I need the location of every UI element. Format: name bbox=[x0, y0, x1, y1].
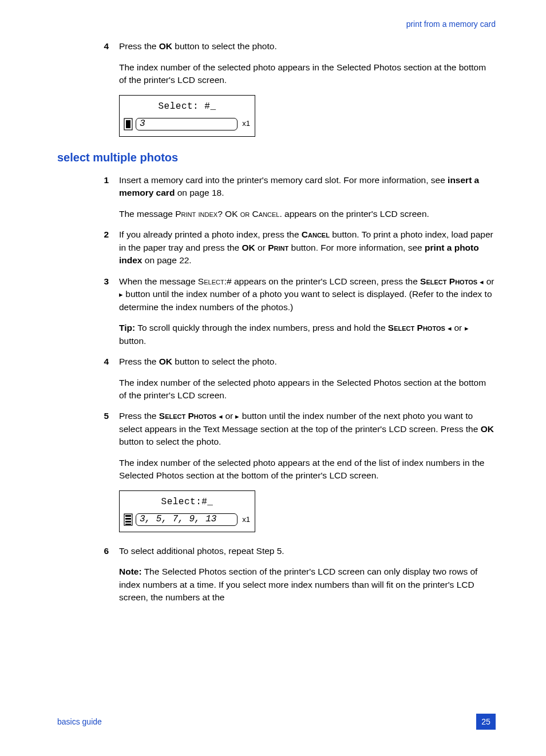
lcd-screen: Select: #_ 3 x1 bbox=[119, 95, 255, 137]
lcd-bottom-row: 3 x1 bbox=[123, 118, 251, 130]
lcd-bottom-row: 3, 5, 7, 9, 13 x1 bbox=[123, 513, 251, 526]
step-body: Press the OK button to select the photo.… bbox=[119, 355, 496, 402]
step-number: 4 bbox=[96, 355, 119, 402]
paragraph: Insert a memory card into the printer's … bbox=[119, 174, 496, 200]
step-number: 6 bbox=[96, 545, 119, 604]
step-number: 3 bbox=[96, 275, 119, 347]
step-number: 5 bbox=[96, 410, 119, 482]
lcd-top-text: Select:#_ bbox=[123, 496, 251, 509]
lcd-top-text: Select: #_ bbox=[123, 100, 251, 113]
content-body-2: 1 Insert a memory card into the printer'… bbox=[96, 174, 496, 604]
paragraph: Press the OK button to select the photo. bbox=[119, 355, 496, 368]
lcd-selection-box: 3, 5, 7, 9, 13 bbox=[136, 513, 238, 526]
step-body: When the message Select:# appears on the… bbox=[119, 275, 496, 347]
step-item: 4 Press the OK button to select the phot… bbox=[96, 40, 496, 86]
svg-rect-1 bbox=[126, 120, 130, 128]
step-body: To select additional photos, repeat Step… bbox=[119, 545, 496, 604]
lcd-copies: x1 bbox=[240, 514, 251, 525]
paragraph: Press the OK button to select the photo. bbox=[119, 40, 496, 53]
memory-card-icon bbox=[123, 118, 133, 130]
lcd-figure-1: Select: #_ 3 x1 bbox=[119, 95, 496, 137]
step-item: 6 To select additional photos, repeat St… bbox=[96, 545, 496, 604]
step-item: 3 When the message Select:# appears on t… bbox=[96, 275, 496, 347]
step-number: 2 bbox=[96, 228, 119, 267]
page: print from a memory card 4 Press the OK … bbox=[0, 0, 546, 756]
step-body: Press the OK button to select the photo.… bbox=[119, 40, 496, 86]
step-number: 1 bbox=[96, 174, 119, 220]
content-body: 4 Press the OK button to select the phot… bbox=[96, 40, 496, 137]
step-body: If you already printed a photo index, pr… bbox=[119, 228, 496, 267]
paragraph: Press the Select Photos ◂ or ▸ button un… bbox=[119, 410, 496, 448]
paragraph: Note: The Selected Photos section of the… bbox=[119, 565, 496, 604]
step-item: 2 If you already printed a photo index, … bbox=[96, 228, 496, 267]
svg-rect-4 bbox=[125, 518, 131, 520]
lcd-selection-text: 3 bbox=[140, 117, 145, 130]
lcd-selection-box: 3 bbox=[136, 118, 238, 130]
lcd-figure-2: Select:#_ 3, 5, 7, 9, 13 x1 bbox=[119, 490, 496, 532]
page-number: 25 bbox=[476, 714, 496, 730]
svg-rect-5 bbox=[125, 521, 131, 523]
lcd-selection-text: 3, 5, 7, 9, 13 bbox=[140, 513, 216, 526]
footer-guide-name: basics guide bbox=[57, 716, 102, 727]
step-item: 4 Press the OK button to select the phot… bbox=[96, 355, 496, 402]
svg-rect-3 bbox=[125, 515, 131, 517]
paragraph: The index number of the selected photo a… bbox=[119, 457, 496, 482]
paragraph: The message Print index? OK or Cancel. a… bbox=[119, 208, 496, 220]
svg-rect-6 bbox=[125, 524, 131, 525]
paragraph: If you already printed a photo index, pr… bbox=[119, 228, 496, 267]
lcd-copies: x1 bbox=[240, 118, 251, 129]
section-heading: select multiple photos bbox=[57, 149, 496, 166]
step-item: 1 Insert a memory card into the printer'… bbox=[96, 174, 496, 220]
lcd-screen: Select:#_ 3, 5, 7, 9, 13 x1 bbox=[119, 490, 255, 532]
step-number: 4 bbox=[96, 40, 119, 86]
page-footer: basics guide 25 bbox=[57, 714, 496, 730]
header-section-title: print from a memory card bbox=[57, 18, 496, 30]
memory-card-icon bbox=[123, 513, 133, 526]
step-body: Insert a memory card into the printer's … bbox=[119, 174, 496, 220]
paragraph: Tip: To scroll quickly through the index… bbox=[119, 322, 496, 347]
step-body: Press the Select Photos ◂ or ▸ button un… bbox=[119, 410, 496, 482]
paragraph: When the message Select:# appears on the… bbox=[119, 275, 496, 314]
paragraph: To select additional photos, repeat Step… bbox=[119, 545, 496, 557]
paragraph: The index number of the selected photo a… bbox=[119, 377, 496, 402]
step-item: 5 Press the Select Photos ◂ or ▸ button … bbox=[96, 410, 496, 482]
paragraph: The index number of the selected photo a… bbox=[119, 61, 496, 87]
